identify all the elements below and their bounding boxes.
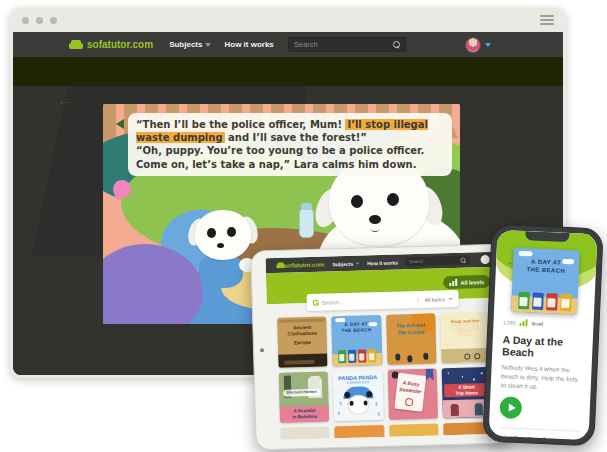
nav-how-it-works[interactable]: How it works: [224, 40, 273, 49]
book-cover-anap-wonderful-oven[interactable]: Anap and the Wonderful Oven: [440, 312, 491, 363]
tablet-screen: sofatutor.com Subjects How it works Sear…: [265, 252, 502, 440]
book-cover-partial[interactable]: [280, 426, 330, 439]
tablet-library: Search... All topics Ancient Civilisatio…: [267, 298, 503, 440]
dog-eye: [227, 227, 236, 237]
menu-icon[interactable]: [540, 15, 554, 25]
window-dot[interactable]: [36, 17, 43, 24]
nav-subjects[interactable]: Subjects: [332, 260, 359, 267]
search-icon: [313, 299, 319, 305]
dog-mouth: [371, 226, 379, 232]
search-placeholder: Search: [409, 258, 460, 264]
book-cover-scandal-in-bohemia[interactable]: Sherlock Holmes A Scandalin Bohemia: [279, 371, 330, 422]
story-line: “Then I’ll be the police officer, Mum!: [136, 119, 345, 130]
baby-bottle-cap: [301, 203, 312, 210]
chevron-down-icon: [355, 262, 359, 264]
book-cover-partial[interactable]: [389, 423, 439, 436]
chevron-down-icon: [205, 43, 211, 47]
all-levels-label: All levels: [460, 279, 484, 286]
dog-nose: [369, 215, 381, 224]
divider: [499, 428, 581, 433]
tablet-mockup: sofatutor.com Subjects How it works Sear…: [250, 243, 511, 450]
book-cover-panda-panda[interactable]: PANDA PANDA A RAINY DAY: [333, 370, 384, 421]
book-cover-a-day-at-the-beach[interactable]: A DAY ATTHE BEACH: [331, 315, 382, 366]
site-navbar: sofatutor.com Subjects How it works Sear…: [13, 32, 563, 57]
book-grid: Ancient Civilisations Europe A DAY ATTHE…: [277, 312, 492, 440]
audio-play-icon[interactable]: [116, 119, 124, 129]
level-code: L280: [503, 319, 516, 326]
nav-how-it-works[interactable]: How it works: [367, 259, 398, 266]
couch-icon: [69, 40, 83, 49]
nav-subjects-label: Subjects: [332, 260, 353, 267]
book-cover-partial[interactable]: [334, 425, 384, 438]
search-placeholder: Search...: [322, 296, 418, 305]
sofatutor-logo[interactable]: sofatutor.com: [69, 39, 153, 50]
search-input[interactable]: Search: [406, 255, 470, 266]
page-header-band: [13, 57, 563, 86]
recycling-bins: [511, 292, 578, 312]
nav-how-it-works-label: How it works: [224, 40, 273, 49]
avatar[interactable]: [465, 37, 481, 53]
story-text: “Then I’ll be the police officer, Mum! I…: [128, 113, 452, 176]
story-line: and I’ll save the forest!”: [225, 132, 367, 143]
book-title: A Day at the Beach: [502, 333, 585, 361]
chevron-down-icon: [449, 297, 453, 299]
nav-subjects[interactable]: Subjects: [169, 40, 211, 49]
book-cover-busy-semester[interactable]: A BusySemester: [387, 368, 438, 419]
dog-eye: [387, 193, 399, 206]
level-row: L280 level: [503, 318, 585, 329]
nav-how-it-works-label: How it works: [367, 259, 398, 266]
play-button[interactable]: [499, 397, 522, 420]
dog-nose: [217, 243, 224, 248]
back-arrow-icon[interactable]: ←: [57, 92, 72, 107]
browser-titlebar: [10, 8, 566, 32]
search-input[interactable]: Search: [288, 37, 406, 52]
level-bars-icon: [520, 319, 528, 326]
similar-books-heading: Similar Books: [498, 435, 580, 441]
book-cover-a-day-at-the-beach[interactable]: A DAY ATTHE BEACH: [511, 248, 580, 315]
dog-eye: [351, 195, 363, 208]
book-cover-ant-and-cricket[interactable]: The Ant and The Cricket: [386, 313, 437, 364]
all-levels-button[interactable]: All levels: [443, 275, 490, 289]
nav-items: Subjects How it works: [169, 40, 274, 49]
search-icon[interactable]: [393, 41, 400, 48]
level-label: level: [532, 320, 544, 326]
window-dot[interactable]: [50, 17, 57, 24]
book-cover-ancient-civilisations[interactable]: Ancient Civilisations Europe: [277, 317, 328, 368]
nav-subjects-label: Subjects: [169, 40, 202, 49]
cover-art: [278, 353, 328, 367]
puppy-head: [195, 210, 251, 260]
level-bars-icon: [449, 279, 457, 286]
search-icon: [461, 258, 466, 263]
tablet-camera: [260, 348, 264, 352]
dog-eye: [207, 228, 216, 238]
phone-book-detail: L280 level A Day at the Beach Nobody lik…: [497, 318, 586, 440]
phone-notch: [525, 231, 569, 242]
search-placeholder: Search: [294, 40, 393, 49]
window-controls[interactable]: [22, 17, 57, 24]
marketing-composite: sofatutor.com Subjects How it works Sear…: [0, 0, 607, 452]
logo-text: sofatutor.com: [87, 39, 153, 50]
baby-bottle: [299, 208, 314, 238]
logo-text: sofatutor.com: [285, 261, 325, 268]
all-topics-dropdown[interactable]: All topics: [418, 295, 453, 302]
recycling-bins: [332, 349, 382, 363]
story-line: “Oh, puppy. You’re too young to be a pol…: [136, 145, 424, 169]
couch-icon: [276, 262, 285, 268]
phone-screen: ← A DAY ATTHE BEACH L280 level A Day at …: [489, 230, 598, 440]
book-description: Nobody likes it when the beach is dirty.…: [501, 362, 584, 393]
account-menu[interactable]: [465, 37, 491, 53]
chevron-down-icon: [485, 43, 491, 47]
phone-mockup: ← A DAY ATTHE BEACH L280 level A Day at …: [482, 224, 603, 447]
window-dot[interactable]: [22, 17, 29, 24]
avatar[interactable]: [480, 255, 489, 264]
library-search-bar[interactable]: Search... All topics: [306, 290, 458, 311]
all-topics-label: All topics: [425, 296, 445, 303]
